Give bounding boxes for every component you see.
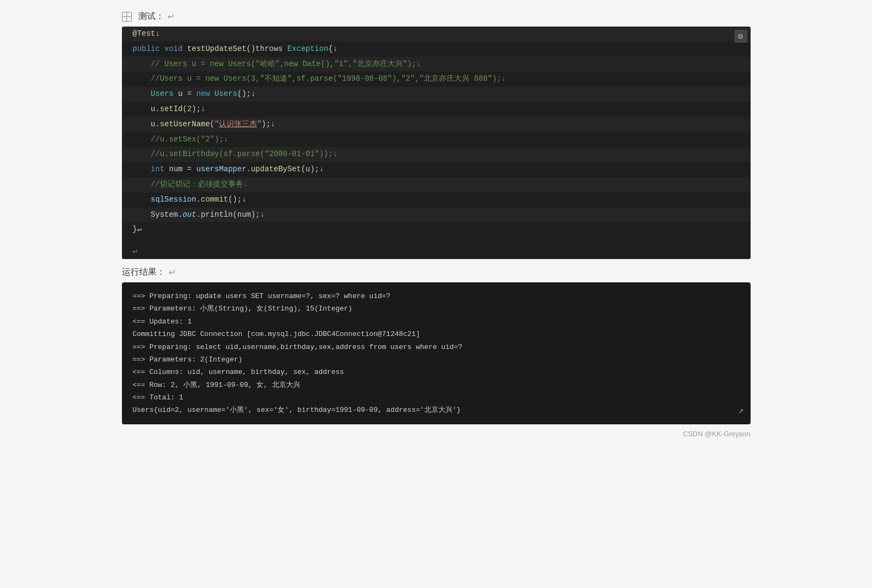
result-line-0: ==> Preparing: update users SET username… xyxy=(133,290,740,302)
code-line-empty xyxy=(122,237,751,244)
crosshair-icon xyxy=(122,12,132,22)
code-line-10: //切记切记：必须提交事务↓ xyxy=(122,177,751,192)
result-section-label: 运行结果： ↵ xyxy=(122,267,751,278)
code-line-3: //Users u = new Users(3,"不知道",sf.parse("… xyxy=(122,72,751,87)
result-line-8: <== Total: 1 xyxy=(133,391,740,404)
code-line-4: Users u = new Users();↓ xyxy=(122,87,751,102)
result-line-7: <== Row: 2, 小黑, 1991-09-09, 女, 北京大兴 xyxy=(133,379,740,391)
watermark: CSDN @KK-Greyson xyxy=(122,430,751,438)
result-line-4: ==> Preparing: select uid,username,birth… xyxy=(133,341,740,353)
code-line-8: //u.setBirthday(sf.parse("2000-01-01"));… xyxy=(122,147,751,162)
code-line-0: @Test↓ xyxy=(122,27,751,42)
copy-button[interactable]: ⧉ xyxy=(734,30,747,43)
code-line-11: sqlSession.commit();↓ xyxy=(122,192,751,208)
code-line-13: }↵ xyxy=(122,222,751,237)
code-line-9: int num = usersMapper.updateBySet(u);↓ xyxy=(122,162,751,177)
result-line-2: <== Updates: 1 xyxy=(133,315,740,328)
result-line-9: Users{uid=2, username='小黑', sex='女', bir… xyxy=(133,404,740,416)
test-label-arrow: ↵ xyxy=(167,11,175,22)
code-line-6: u.setUserName("认识张三杰");↓ xyxy=(122,117,751,132)
result-block: ==> Preparing: update users SET username… xyxy=(122,282,751,424)
watermark-text: CSDN @KK-Greyson xyxy=(683,430,750,438)
code-line-1: public void testUpdateSet()throws Except… xyxy=(122,42,751,57)
code-line-7: //u.setSex("2");↓ xyxy=(122,132,751,147)
result-copy-arrow: ↗ xyxy=(738,402,744,419)
code-line-return: ↵ xyxy=(122,244,751,259)
code-line-5: u.setId(2);↓ xyxy=(122,102,751,117)
test-label-text: 测试： xyxy=(138,11,164,22)
result-line-1: ==> Parameters: 小黑(String), 女(String), 1… xyxy=(133,302,740,315)
test-section-label: 测试： ↵ xyxy=(122,11,751,22)
result-line-3: Committing JDBC Connection [com.mysql.jd… xyxy=(133,328,740,340)
page-container: 测试： ↵ ⧉ @Test↓ public void testUpdateSet… xyxy=(122,11,751,438)
code-line-12: System.out.println(num);↓ xyxy=(122,208,751,223)
result-label-text: 运行结果： xyxy=(122,267,165,278)
result-label-arrow: ↵ xyxy=(169,267,176,277)
result-line-6: <== Columns: uid, username, birthday, se… xyxy=(133,366,740,378)
code-block: ⧉ @Test↓ public void testUpdateSet()thro… xyxy=(122,27,751,259)
result-line-5: ==> Parameters: 2(Integer) xyxy=(133,353,740,366)
code-line-2: // Users u = new Users("哈哈",new Date(),"… xyxy=(122,57,751,72)
